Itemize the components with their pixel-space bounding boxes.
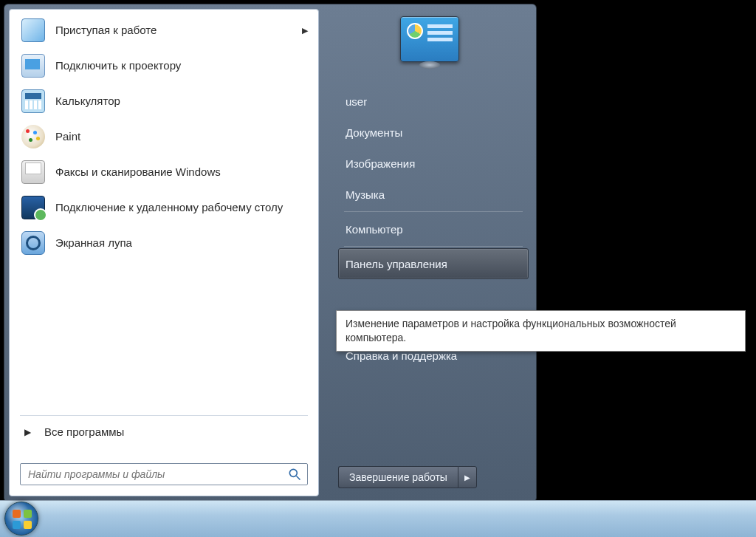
remote-desktop-icon (20, 194, 47, 221)
shutdown-options-button[interactable]: ▶ (458, 466, 477, 488)
programs-pane: Приступая к работе▶Подключить к проектор… (9, 9, 319, 496)
shutdown-split-button: Завершение работы ▶ (338, 466, 477, 488)
start-button[interactable] (4, 502, 38, 536)
projector-icon (20, 52, 47, 79)
program-label: Paint (55, 130, 308, 144)
program-item[interactable]: Экранная лупа (10, 225, 318, 261)
program-label: Подключение к удаленному рабочему столу (55, 201, 308, 215)
program-label: Подключить к проектору (55, 59, 308, 73)
svg-line-1 (297, 476, 300, 480)
all-programs-arrow-icon: ▶ (24, 427, 31, 437)
program-label: Приступая к работе (55, 24, 293, 38)
all-programs-button[interactable]: ▶ Все программы (10, 414, 318, 448)
getting-started-icon (20, 17, 47, 44)
fax-scan-icon (20, 159, 47, 185)
place-item[interactable]: user (338, 86, 529, 117)
desktop-background (537, 0, 756, 500)
place-item[interactable]: Документы (338, 117, 529, 148)
place-item-hidden (338, 279, 529, 309)
shutdown-label: Завершение работы (349, 471, 447, 483)
place-item[interactable]: Панель управления (338, 248, 529, 279)
all-programs-label: Все программы (44, 425, 124, 438)
start-menu: Приступая к работе▶Подключить к проектор… (4, 4, 537, 502)
program-label: Калькулятор (55, 95, 308, 109)
places-separator (344, 211, 523, 212)
place-item[interactable]: Изображения (338, 148, 529, 179)
program-item[interactable]: Подключить к проектору (10, 48, 318, 83)
windows-logo-icon (13, 510, 32, 529)
search-icon (287, 467, 302, 482)
user-picture-icon[interactable] (400, 16, 459, 62)
program-item[interactable]: Калькулятор (10, 83, 318, 119)
tooltip-text: Изменение параметров и настройка функцио… (346, 318, 676, 343)
place-item[interactable]: Компьютер (338, 213, 529, 244)
paint-icon (20, 123, 47, 150)
calculator-icon (20, 88, 47, 114)
chevron-right-icon: ▶ (464, 473, 470, 482)
places-separator (344, 246, 523, 247)
program-item[interactable]: Факсы и сканирование Windows (10, 154, 318, 190)
submenu-arrow-icon: ▶ (302, 26, 308, 35)
search-wrap (20, 463, 308, 485)
svg-point-0 (289, 469, 297, 476)
place-item[interactable]: Музыка (338, 179, 529, 210)
shutdown-button[interactable]: Завершение работы (338, 466, 458, 488)
program-label: Экранная лупа (55, 236, 308, 250)
magnifier-icon (20, 230, 47, 256)
taskbar[interactable] (0, 500, 756, 537)
places-pane: userДокументыИзображенияМузыкаКомпьютерП… (323, 4, 536, 502)
tooltip: Изменение параметров и настройка функцио… (336, 310, 746, 352)
program-label: Факсы и сканирование Windows (55, 165, 308, 179)
program-item[interactable]: Подключение к удаленному рабочему столу (10, 190, 318, 225)
search-input[interactable] (20, 463, 308, 485)
program-item[interactable]: Paint (10, 119, 318, 154)
program-item[interactable]: Приступая к работе▶ (10, 13, 318, 48)
programs-list: Приступая к работе▶Подключить к проектор… (10, 10, 318, 264)
